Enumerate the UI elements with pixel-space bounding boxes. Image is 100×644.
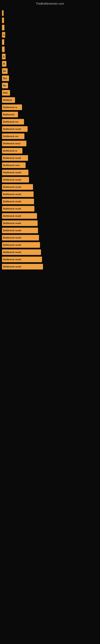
bar-label-15: Bottleneck bbox=[3, 113, 14, 116]
bar-row bbox=[2, 10, 98, 16]
bottleneck-bar-20: Bottleneck re bbox=[2, 148, 22, 154]
bar-label-28: Bottleneck result bbox=[3, 208, 21, 210]
bottleneck-bar-8: B bbox=[2, 61, 6, 66]
bar-row: Bottleneck result bbox=[2, 177, 98, 182]
bottleneck-bar-9: Bo bbox=[2, 68, 8, 74]
bottleneck-bar-12: Bott bbox=[2, 90, 10, 96]
bar-row: Bottleneck result bbox=[2, 155, 98, 161]
bottleneck-bar-31: Bottleneck result bbox=[2, 228, 38, 233]
bottleneck-bar-35: Bottleneck result bbox=[2, 256, 42, 262]
bottleneck-bar-7: E bbox=[2, 54, 6, 59]
bottleneck-bar-26: Bottleneck result bbox=[2, 192, 34, 197]
bottleneck-bar-2 bbox=[2, 18, 4, 23]
bar-label-30: Bottleneck result bbox=[3, 222, 21, 224]
bottleneck-bar-19: Bottleneck resul bbox=[2, 141, 26, 146]
bar-row: Bottleneck result bbox=[2, 264, 98, 270]
bar-label-23: Bottleneck result bbox=[3, 171, 21, 174]
bar-label-25: Bottleneck result bbox=[3, 186, 21, 188]
bar-row: Bo bbox=[2, 68, 98, 74]
bar-label-34: Bottleneck result bbox=[3, 251, 21, 253]
bar-row: Bottleneck result bbox=[2, 256, 98, 262]
bottleneck-bar-32: Bottleneck result bbox=[2, 235, 39, 240]
bar-row: E bbox=[2, 54, 98, 59]
bar-row bbox=[2, 39, 98, 45]
bars-container: EEBBoBotBoBottBottleneBottleneck reBottl… bbox=[0, 6, 100, 273]
bar-row: Bottleneck re bbox=[2, 104, 98, 110]
bottleneck-bar-33: Bottleneck result bbox=[2, 242, 40, 248]
bottleneck-bar-23: Bottleneck result bbox=[2, 170, 28, 175]
bar-row: Bottleneck result bbox=[2, 220, 98, 226]
bar-row: Bottleneck result bbox=[2, 184, 98, 190]
bar-label-17: Bottleneck result bbox=[3, 128, 21, 130]
bar-label-12: Bott bbox=[3, 92, 8, 94]
bar-row: Bottlene bbox=[2, 97, 98, 103]
bar-label-31: Bottleneck result bbox=[3, 229, 21, 232]
bar-row: B bbox=[2, 61, 98, 66]
bar-label-8: B bbox=[3, 62, 5, 65]
bar-row: Bottleneck result bbox=[2, 228, 98, 233]
bar-label-18: Bottleneck res bbox=[3, 135, 18, 138]
bar-label-11: Bo bbox=[3, 84, 6, 87]
bar-label-33: Bottleneck result bbox=[3, 244, 21, 246]
bottleneck-bar-4: E bbox=[2, 32, 5, 38]
bar-label-10: Bot bbox=[3, 77, 7, 80]
bottleneck-bar-27: Bottleneck result bbox=[2, 199, 34, 204]
bar-row: Bottleneck resu bbox=[2, 162, 98, 168]
bar-row: Bottleneck res bbox=[2, 134, 98, 139]
bar-row: Bott bbox=[2, 90, 98, 96]
bottleneck-bar-1 bbox=[2, 10, 3, 16]
bar-row: Bottleneck result bbox=[2, 199, 98, 204]
bar-row: Bot bbox=[2, 76, 98, 81]
bar-label-20: Bottleneck re bbox=[3, 150, 17, 152]
bar-row bbox=[2, 18, 98, 23]
bar-row: Bottleneck result bbox=[2, 213, 98, 219]
bar-label-32: Bottleneck result bbox=[3, 236, 21, 239]
bar-row: Bottleneck resul bbox=[2, 141, 98, 146]
bottleneck-bar-29: Bottleneck result bbox=[2, 213, 37, 219]
bar-label-14: Bottleneck re bbox=[3, 106, 17, 108]
bottleneck-bar-25: Bottleneck result bbox=[2, 184, 33, 190]
bar-label-29: Bottleneck result bbox=[3, 215, 21, 217]
bar-label-24: Bottleneck result bbox=[3, 178, 21, 181]
bar-label-7: E bbox=[3, 55, 4, 58]
bottleneck-bar-36: Bottleneck result bbox=[2, 264, 43, 270]
bottleneck-bar-6 bbox=[2, 46, 4, 52]
bottleneck-bar-15: Bottleneck bbox=[2, 112, 18, 117]
bottleneck-bar-14: Bottleneck re bbox=[2, 104, 22, 110]
site-title-text: TheBottlenecker.com bbox=[0, 0, 100, 6]
bar-label-9: Bo bbox=[3, 70, 6, 72]
bottleneck-bar-34: Bottleneck result bbox=[2, 249, 41, 255]
bar-label-13: Bottlene bbox=[3, 99, 12, 101]
bar-row: Bottleneck result bbox=[2, 249, 98, 255]
bottleneck-bar-10: Bot bbox=[2, 76, 9, 81]
bar-label-36: Bottleneck result bbox=[3, 266, 21, 268]
bar-row: Bo bbox=[2, 83, 98, 88]
bar-label-16: Bottleneck res bbox=[3, 120, 18, 123]
bottleneck-bar-13: Bottlene bbox=[2, 97, 15, 103]
bar-row: Bottleneck bbox=[2, 112, 98, 117]
bar-label-27: Bottleneck result bbox=[3, 200, 21, 203]
bar-row: Bottleneck result bbox=[2, 192, 98, 197]
bar-row: E bbox=[2, 32, 98, 38]
bar-row: Bottleneck result bbox=[2, 235, 98, 240]
bottleneck-bar-30: Bottleneck result bbox=[2, 220, 38, 226]
bar-row bbox=[2, 25, 98, 30]
bar-label-26: Bottleneck result bbox=[3, 193, 21, 196]
bottleneck-bar-24: Bottleneck result bbox=[2, 177, 29, 182]
bar-label-21: Bottleneck result bbox=[3, 157, 21, 159]
bar-row: Bottleneck res bbox=[2, 119, 98, 124]
bar-label-4: E bbox=[3, 34, 4, 36]
bottleneck-bar-28: Bottleneck result bbox=[2, 206, 34, 212]
bar-label-35: Bottleneck result bbox=[3, 258, 21, 260]
bar-label-19: Bottleneck resul bbox=[3, 142, 20, 145]
bottleneck-bar-17: Bottleneck result bbox=[2, 126, 28, 132]
bar-row: Bottleneck result bbox=[2, 126, 98, 132]
bar-label-22: Bottleneck resu bbox=[3, 164, 20, 166]
bottleneck-bar-21: Bottleneck result bbox=[2, 155, 28, 161]
bottleneck-bar-18: Bottleneck res bbox=[2, 134, 24, 139]
bar-row: Bottleneck re bbox=[2, 148, 98, 154]
bar-row bbox=[2, 46, 98, 52]
bar-row: Bottleneck result bbox=[2, 206, 98, 212]
bottleneck-bar-16: Bottleneck res bbox=[2, 119, 24, 124]
bottleneck-bar-3 bbox=[2, 25, 4, 30]
